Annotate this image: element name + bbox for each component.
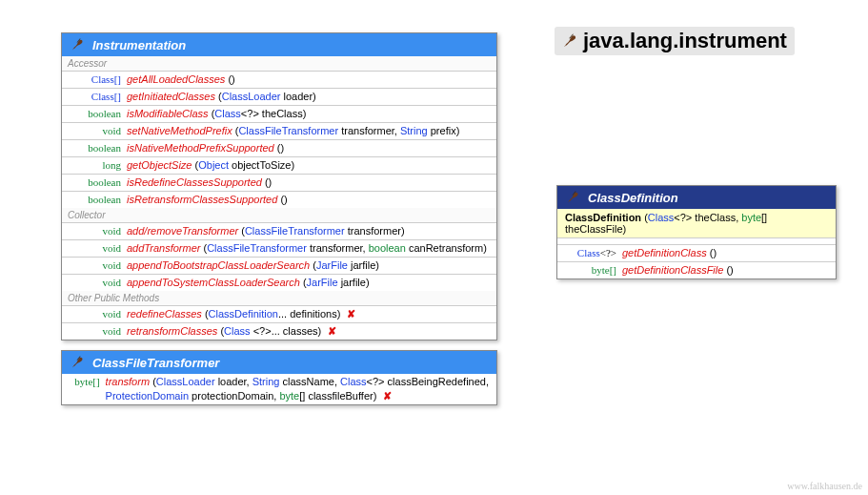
- method-row: voidretransformClasses (Class <?>... cla…: [62, 323, 496, 340]
- method-signature: getObjectSize (Object objectToSize): [127, 158, 294, 173]
- return-type: Class[]: [62, 72, 127, 87]
- class-title-instrumentation: Instrumentation: [62, 33, 496, 56]
- method-row: voidappendToBootstrapClassLoaderSearch (…: [62, 258, 496, 275]
- method-signature: isNativeMethodPrefixSupported (): [127, 141, 284, 155]
- method-row: booleanisRedefineClassesSupported (): [62, 175, 496, 192]
- canvas: java.lang.instrument Instrumentation Acc…: [0, 0, 868, 495]
- class-box-instrumentation: Instrumentation Accessor Class[]getAllLo…: [61, 32, 497, 340]
- class-box-classdefinition: ClassDefinition ClassDefinition (Class<?…: [556, 185, 837, 279]
- method-list-cd: Class<?>getDefinitionClass ()byte[]getDe…: [557, 245, 836, 278]
- violin-icon: [565, 190, 582, 205]
- method-row: byte[]getDefinitionClassFile (): [557, 262, 836, 278]
- return-type: Class[]: [62, 90, 127, 104]
- package-title-text: java.lang.instrument: [583, 29, 787, 53]
- method-list-other: voidredefineClasses (ClassDefinition... …: [62, 306, 496, 340]
- method-signature: getDefinitionClass (): [622, 246, 717, 260]
- return-type: void: [62, 276, 127, 290]
- method-signature: add/removeTransformer (ClassFileTransfor…: [127, 224, 405, 238]
- section-accessor: Accessor: [62, 56, 496, 72]
- method-row: voidaddTransformer (ClassFileTransformer…: [62, 240, 496, 258]
- method-signature: appendToBootstrapClassLoaderSearch (JarF…: [127, 258, 379, 273]
- return-type: long: [62, 158, 127, 173]
- method-signature: isModifiableClass (Class<?> theClass): [127, 107, 306, 121]
- class-title-classfiletransformer: ClassFileTransformer: [62, 351, 496, 374]
- violin-icon: [562, 32, 579, 50]
- method-signature: transform (ClassLoader loader, String cl…: [106, 375, 489, 403]
- return-type: byte[]: [62, 375, 106, 389]
- method-row: booleanisNativeMethodPrefixSupported (): [62, 140, 496, 157]
- return-type: boolean: [62, 141, 127, 155]
- method-signature: appendToSystemClassLoaderSearch (JarFile…: [127, 276, 370, 290]
- method-signature: isRedefineClassesSupported (): [127, 175, 272, 190]
- method-signature: getAllLoadedClasses (): [127, 72, 235, 87]
- return-type: Class<?>: [557, 246, 622, 260]
- violin-icon: [70, 37, 87, 52]
- method-row: voidadd/removeTransformer (ClassFileTran…: [62, 223, 496, 240]
- method-row: Class[]getInitiatedClasses (ClassLoader …: [62, 89, 496, 106]
- method-signature: redefineClasses (ClassDefinition... defi…: [127, 307, 355, 321]
- package-title: java.lang.instrument: [555, 27, 795, 55]
- constructor-row: ClassDefinition (Class<?> theClass, byte…: [557, 209, 836, 238]
- return-type: void: [62, 324, 127, 339]
- return-type: void: [62, 241, 127, 256]
- class-box-classfiletransformer: ClassFileTransformer byte[]transform (Cl…: [61, 350, 497, 405]
- method-row: voidappendToSystemClassLoaderSearch (Jar…: [62, 275, 496, 291]
- method-signature: retransformClasses (Class <?>... classes…: [127, 324, 336, 339]
- method-row: Class<?>getDefinitionClass (): [557, 245, 836, 262]
- spacer: [557, 238, 836, 245]
- class-title-text: Instrumentation: [92, 38, 186, 52]
- footer-link[interactable]: www.falkhausen.de: [787, 481, 862, 491]
- method-signature: addTransformer (ClassFileTransformer tra…: [127, 241, 487, 256]
- method-list-collector: voidadd/removeTransformer (ClassFileTran…: [62, 223, 496, 291]
- class-title-text: ClassDefinition: [588, 191, 678, 205]
- return-type: void: [62, 307, 127, 321]
- class-title-text: ClassFileTransformer: [92, 356, 219, 370]
- method-signature: isRetransformClassesSupported (): [127, 193, 288, 207]
- return-type: byte[]: [557, 263, 622, 278]
- method-row: byte[]transform (ClassLoader loader, Str…: [62, 374, 496, 404]
- section-other: Other Public Methods: [62, 291, 496, 306]
- method-row: voidredefineClasses (ClassDefinition... …: [62, 306, 496, 323]
- method-row: longgetObjectSize (Object objectToSize): [62, 157, 496, 175]
- class-title-classdefinition: ClassDefinition: [557, 186, 836, 209]
- method-row: booleanisRetransformClassesSupported (): [62, 192, 496, 208]
- section-collector: Collector: [62, 208, 496, 223]
- return-type: void: [62, 258, 127, 273]
- method-signature: getInitiatedClasses (ClassLoader loader): [127, 90, 316, 104]
- return-type: boolean: [62, 107, 127, 121]
- method-list-accessor: Class[]getAllLoadedClasses ()Class[]getI…: [62, 72, 496, 208]
- method-row: Class[]getAllLoadedClasses (): [62, 72, 496, 89]
- return-type: void: [62, 124, 127, 138]
- method-signature: getDefinitionClassFile (): [622, 263, 734, 278]
- method-list-cft: byte[]transform (ClassLoader loader, Str…: [62, 374, 496, 404]
- method-signature: setNativeMethodPrefix (ClassFileTransfor…: [127, 124, 459, 138]
- violin-icon: [70, 355, 87, 370]
- return-type: boolean: [62, 193, 127, 207]
- return-type: boolean: [62, 175, 127, 190]
- method-row: booleanisModifiableClass (Class<?> theCl…: [62, 106, 496, 123]
- return-type: void: [62, 224, 127, 238]
- method-row: voidsetNativeMethodPrefix (ClassFileTran…: [62, 123, 496, 140]
